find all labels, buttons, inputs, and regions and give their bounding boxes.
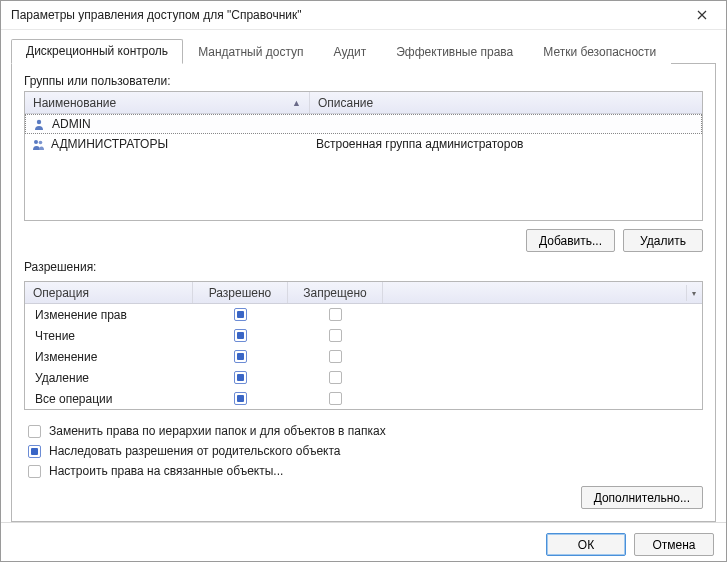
dialog-footer: ОК Отмена — [1, 522, 726, 562]
option-label: Заменить права по иерархии папок и для о… — [49, 424, 386, 438]
button-label: Дополнительно... — [594, 491, 690, 505]
table-row[interactable]: Удаление — [25, 367, 702, 388]
table-row[interactable]: Изменение прав — [25, 304, 702, 325]
tab-mandatory[interactable]: Мандатный доступ — [183, 40, 318, 64]
col-header-name[interactable]: Наименование ▲ — [25, 92, 310, 113]
svg-point-0 — [37, 120, 41, 124]
perms-grid: Операция Разрешено Запрещено ▾ Изменение… — [24, 281, 703, 410]
cell-operation: Изменение прав — [25, 308, 193, 322]
cancel-button[interactable]: Отмена — [634, 533, 714, 556]
table-row[interactable]: Чтение — [25, 325, 702, 346]
option-replace[interactable]: Заменить права по иерархии папок и для о… — [28, 424, 703, 438]
table-row[interactable]: Все операции — [25, 388, 702, 409]
tab-label: Дискреционный контроль — [26, 44, 168, 58]
tab-label: Метки безопасности — [543, 45, 656, 59]
col-header-label: Операция — [33, 286, 89, 300]
title-bar: Параметры управления доступом для "Справ… — [1, 1, 726, 30]
table-row[interactable]: Изменение — [25, 346, 702, 367]
option-related[interactable]: Настроить права на связанные объекты... — [28, 464, 703, 478]
button-label: ОК — [578, 538, 594, 552]
more-button-row: Дополнительно... — [24, 486, 703, 509]
options-block: Заменить права по иерархии папок и для о… — [24, 424, 703, 478]
svg-point-1 — [34, 140, 38, 144]
deny-checkbox[interactable] — [329, 371, 342, 384]
content-area: Дискреционный контроль Мандатный доступ … — [1, 30, 726, 522]
table-row[interactable]: АДМИНИСТРАТОРЫ Встроенная группа админис… — [25, 134, 702, 154]
table-row[interactable]: ADMIN — [25, 114, 702, 134]
cell-name: ADMIN — [52, 117, 91, 131]
deny-checkbox[interactable] — [329, 392, 342, 405]
tab-page-discretionary: Группы или пользователи: Наименование ▲ … — [11, 64, 716, 522]
checkbox[interactable] — [28, 465, 41, 478]
deny-checkbox[interactable] — [329, 350, 342, 363]
option-label: Наследовать разрешения от родительского … — [49, 444, 341, 458]
tab-security-labels[interactable]: Метки безопасности — [528, 40, 671, 64]
col-header-label: Запрещено — [303, 286, 366, 300]
groups-grid: Наименование ▲ Описание ADM — [24, 91, 703, 221]
close-button[interactable] — [684, 1, 720, 29]
tab-effective[interactable]: Эффективные права — [381, 40, 528, 64]
cell-desc: Встроенная группа администраторов — [310, 137, 702, 151]
col-header-desc[interactable]: Описание — [310, 92, 702, 113]
tab-label: Эффективные права — [396, 45, 513, 59]
allow-checkbox[interactable] — [234, 308, 247, 321]
button-label: Удалить — [640, 234, 686, 248]
checkbox[interactable] — [28, 445, 41, 458]
deny-checkbox[interactable] — [329, 329, 342, 342]
option-label: Настроить права на связанные объекты... — [49, 464, 283, 478]
ok-button[interactable]: ОК — [546, 533, 626, 556]
cell-operation: Чтение — [25, 329, 193, 343]
perms-section-label: Разрешения: — [24, 260, 703, 274]
user-icon — [32, 118, 46, 130]
window-title: Параметры управления доступом для "Справ… — [11, 8, 684, 22]
groups-button-row: Добавить... Удалить — [24, 229, 703, 252]
allow-checkbox[interactable] — [234, 329, 247, 342]
column-chooser-button[interactable]: ▾ — [686, 285, 700, 301]
cell-operation: Изменение — [25, 350, 193, 364]
allow-checkbox[interactable] — [234, 371, 247, 384]
col-header-label: Описание — [318, 96, 373, 110]
col-header-operation[interactable]: Операция — [25, 282, 193, 303]
col-header-allow[interactable]: Разрешено — [193, 282, 288, 303]
close-icon — [697, 10, 707, 20]
more-button[interactable]: Дополнительно... — [581, 486, 703, 509]
sort-asc-icon: ▲ — [292, 98, 301, 108]
groups-grid-body: ADMIN АДМИНИСТРАТОРЫ Встроенная группа а… — [25, 114, 702, 220]
cell-operation: Все операции — [25, 392, 193, 406]
cell-name: АДМИНИСТРАТОРЫ — [51, 137, 168, 151]
button-label: Отмена — [652, 538, 695, 552]
dialog-window: Параметры управления доступом для "Справ… — [0, 0, 727, 562]
add-button[interactable]: Добавить... — [526, 229, 615, 252]
cell-operation: Удаление — [25, 371, 193, 385]
col-header-label: Разрешено — [209, 286, 272, 300]
checkbox[interactable] — [28, 425, 41, 438]
button-label: Добавить... — [539, 234, 602, 248]
col-header-blank: ▾ — [383, 282, 702, 303]
tab-label: Мандатный доступ — [198, 45, 303, 59]
groups-section-label: Группы или пользователи: — [24, 74, 703, 88]
delete-button[interactable]: Удалить — [623, 229, 703, 252]
col-header-label: Наименование — [33, 96, 116, 110]
tab-label: Аудит — [334, 45, 367, 59]
col-header-deny[interactable]: Запрещено — [288, 282, 383, 303]
allow-checkbox[interactable] — [234, 350, 247, 363]
perms-grid-header: Операция Разрешено Запрещено ▾ — [25, 282, 702, 304]
deny-checkbox[interactable] — [329, 308, 342, 321]
group-icon — [31, 138, 45, 150]
perms-grid-body: Изменение правЧтениеИзменениеУдалениеВсе… — [25, 304, 702, 409]
chevron-down-icon: ▾ — [692, 289, 696, 298]
tab-strip: Дискреционный контроль Мандатный доступ … — [11, 38, 716, 64]
tab-audit[interactable]: Аудит — [319, 40, 382, 64]
groups-grid-header: Наименование ▲ Описание — [25, 92, 702, 114]
option-inherit[interactable]: Наследовать разрешения от родительского … — [28, 444, 703, 458]
svg-point-2 — [39, 141, 43, 145]
allow-checkbox[interactable] — [234, 392, 247, 405]
tab-discretionary[interactable]: Дискреционный контроль — [11, 39, 183, 64]
